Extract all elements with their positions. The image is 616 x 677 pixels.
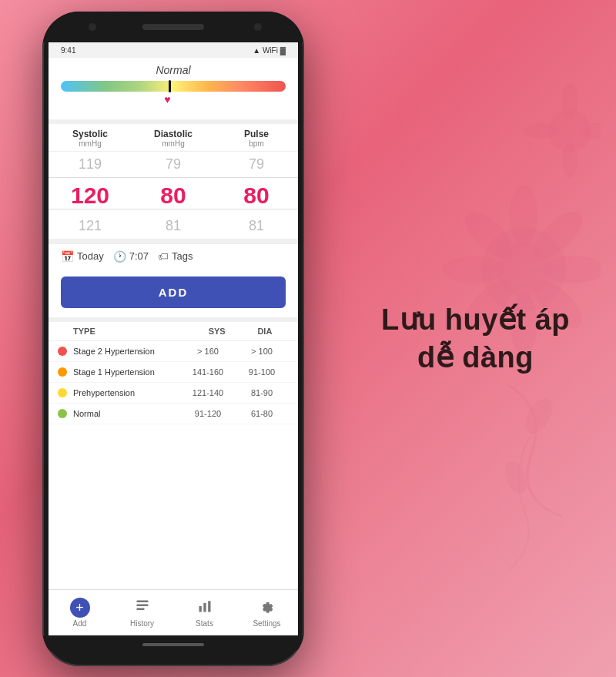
classification-section: TYPE SYS DIA Stage 2 Hypertension > 160 …	[49, 322, 298, 589]
svg-point-11	[562, 83, 578, 120]
class-row-2: Prehypertension 121-140 81-90	[49, 383, 298, 404]
history-nav-icon	[135, 598, 150, 618]
phone-device: 9:41 ▲ WiFi ▓ Normal ♥ Systolic mmHg	[42, 12, 304, 666]
settings-nav-icon	[259, 598, 275, 618]
class-dot-0	[58, 347, 67, 356]
svg-rect-22	[208, 601, 210, 612]
class-dot-3	[58, 409, 67, 418]
picker-pulse-selected[interactable]: 80	[215, 178, 298, 213]
picker-col-diastolic-header: Diastolic mmHg	[132, 129, 215, 148]
picker-section[interactable]: Systolic mmHg Diastolic mmHg Pulse bpm	[49, 124, 298, 239]
picker-systolic-selected[interactable]: 120	[49, 178, 132, 213]
phone-shell: 9:41 ▲ WiFi ▓ Normal ♥ Systolic mmHg	[42, 12, 304, 666]
gauge-bar: ♥	[61, 81, 286, 92]
gauge-indicator	[169, 80, 171, 92]
class-row-1: Stage 1 Hypertension 141-160 91-100	[49, 362, 298, 383]
home-indicator	[142, 643, 204, 646]
gauge-label: Normal	[61, 64, 286, 76]
promo-text: Lưu huyết áp dễ dàng	[381, 300, 570, 377]
tag-icon: 🏷	[158, 250, 169, 263]
datetime-row[interactable]: 📅 Today 🕐 7:07 🏷 Tags	[49, 243, 298, 269]
svg-point-4	[443, 256, 504, 283]
picker-systolic-above[interactable]: 119	[49, 152, 132, 177]
phone-screen: 9:41 ▲ WiFi ▓ Normal ♥ Systolic mmHg	[49, 42, 298, 635]
svg-rect-20	[199, 606, 201, 612]
svg-rect-19	[136, 608, 144, 610]
status-icons: ▲ WiFi ▓	[253, 46, 286, 55]
status-time: 9:41	[61, 46, 75, 55]
picker-row-below[interactable]: 121 81 81	[49, 213, 298, 239]
picker-pulse-below[interactable]: 81	[215, 213, 298, 239]
svg-point-12	[562, 142, 578, 179]
date-item[interactable]: 📅 Today	[61, 250, 104, 263]
phone-top-bar	[42, 12, 304, 42]
picker-col-pulse-header: Pulse bpm	[215, 129, 298, 148]
picker-diastolic-selected[interactable]: 80	[132, 178, 215, 213]
nav-label-add: Add	[73, 619, 87, 628]
nav-label-history: History	[130, 619, 154, 628]
gauge-heart: ♥	[164, 93, 170, 106]
promo-line1: Lưu huyết áp	[381, 303, 570, 335]
picker-pulse-above[interactable]: 79	[215, 152, 298, 177]
bottom-nav[interactable]: + Add History Stats	[49, 589, 298, 635]
clock-icon: 🕐	[113, 250, 126, 263]
svg-point-13	[524, 123, 561, 139]
add-button[interactable]: ADD	[61, 276, 286, 308]
col-header-dia: DIA	[241, 327, 289, 336]
gauge-section: Normal ♥	[49, 58, 298, 119]
nav-item-history[interactable]: History	[111, 590, 173, 635]
promo-line2: dễ dàng	[417, 341, 534, 374]
camera-left	[89, 23, 96, 31]
picker-diastolic-below[interactable]: 81	[132, 213, 215, 239]
picker-col-systolic-header: Systolic mmHg	[49, 129, 132, 148]
picker-row-selected[interactable]: 120 80 80	[49, 178, 298, 213]
svg-point-2	[510, 185, 537, 246]
picker-rows-container[interactable]: 119 79 79 120	[49, 152, 298, 238]
phone-bottom-bar	[42, 635, 304, 654]
tags-item[interactable]: 🏷 Tags	[158, 250, 192, 263]
stats-nav-icon	[197, 598, 213, 618]
nav-label-settings: Settings	[253, 619, 280, 628]
date-label[interactable]: Today	[77, 250, 104, 262]
tags-label[interactable]: Tags	[172, 250, 192, 262]
svg-rect-17	[136, 600, 148, 602]
col-header-type: TYPE	[58, 327, 193, 336]
class-row-3: Normal 91-120 61-80	[49, 404, 298, 424]
picker-diastolic-above[interactable]: 79	[132, 152, 215, 177]
time-label[interactable]: 7:07	[129, 250, 149, 262]
class-dot-2	[58, 388, 67, 397]
nav-item-stats[interactable]: Stats	[173, 590, 236, 635]
svg-rect-21	[203, 602, 206, 612]
picker-row-above[interactable]: 119 79 79	[49, 152, 298, 177]
svg-rect-18	[136, 604, 148, 606]
nav-label-stats: Stats	[196, 619, 213, 628]
col-header-sys: SYS	[193, 327, 241, 336]
time-item[interactable]: 🕐 7:07	[113, 250, 149, 263]
add-nav-icon[interactable]: +	[70, 598, 90, 618]
camera-right	[254, 23, 262, 31]
picker-headers: Systolic mmHg Diastolic mmHg Pulse bpm	[49, 124, 298, 152]
class-row-0: Stage 2 Hypertension > 160 > 100	[49, 341, 298, 362]
calendar-icon: 📅	[61, 250, 74, 263]
svg-point-16	[501, 458, 531, 497]
add-button-section[interactable]: ADD	[49, 269, 298, 317]
class-header-row: TYPE SYS DIA	[49, 322, 298, 341]
nav-item-settings[interactable]: Settings	[236, 590, 298, 635]
class-dot-1	[58, 367, 67, 377]
nav-item-add[interactable]: + Add	[49, 590, 111, 635]
status-bar: 9:41 ▲ WiFi ▓	[49, 42, 298, 58]
picker-systolic-below[interactable]: 121	[49, 213, 132, 239]
phone-speaker	[142, 24, 204, 30]
